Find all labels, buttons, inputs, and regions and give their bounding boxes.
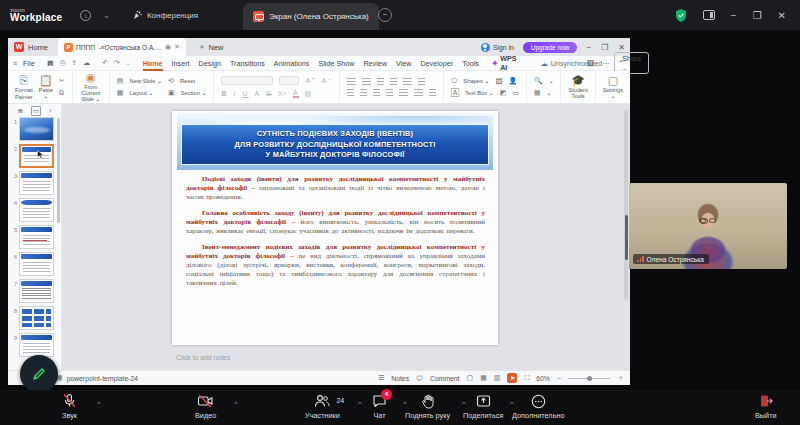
bold-button[interactable]: B xyxy=(221,90,227,97)
smartart-icon[interactable] xyxy=(429,89,436,96)
select-button[interactable]: ▦⌄ xyxy=(534,89,554,97)
menu-slide-show[interactable]: Slide Show xyxy=(318,59,354,68)
picture-icon[interactable]: 🖼 xyxy=(495,78,502,85)
decrease-indent-icon[interactable] xyxy=(377,78,384,85)
wps-home-tab[interactable]: Home xyxy=(28,43,48,52)
fit-slide-icon[interactable]: ⛶ xyxy=(524,374,529,382)
wps-document-tab[interactable]: P ПППП_-«Острянська О.А._le ◉ ✕ xyxy=(58,38,186,56)
slide-sorter-icon[interactable]: ▦ xyxy=(480,374,487,382)
save-icon[interactable]: 🖪 xyxy=(47,60,54,67)
video-button[interactable]: Видео ⌃ xyxy=(195,393,216,420)
comment-button[interactable]: Comment xyxy=(430,375,459,382)
slide-thumbnail-1[interactable]: 1 xyxy=(8,117,62,144)
menu-animations[interactable]: Animations xyxy=(274,59,310,68)
find-button[interactable]: 🔍⌄ xyxy=(534,77,554,85)
slide-thumbnail-7[interactable]: 7 xyxy=(8,279,62,306)
close-tab-icon[interactable]: ✕ xyxy=(174,43,180,51)
italic-button[interactable]: I xyxy=(234,90,237,97)
student-tools-button[interactable]: 🎓 Student Tools xyxy=(568,75,587,99)
audio-button[interactable]: Звук ⌃ xyxy=(62,393,77,420)
annotation-pencil-button[interactable] xyxy=(20,355,58,393)
pin-icon[interactable]: ◉ xyxy=(165,43,171,51)
export-icon[interactable]: ⇪ xyxy=(71,59,77,67)
align-text-icon[interactable] xyxy=(414,89,423,96)
restore-icon[interactable]: ❐ xyxy=(753,10,762,21)
leave-button[interactable]: Выйти xyxy=(755,393,777,420)
format-painter-button[interactable]: ⎘ Format Painter xyxy=(15,75,33,100)
underline-button[interactable]: U xyxy=(243,90,249,97)
slide-thumbnail-2-selected[interactable]: 2 xyxy=(8,144,62,171)
zoom-slider[interactable] xyxy=(568,378,610,379)
template-name[interactable]: powerpoint-template-24 xyxy=(67,375,138,382)
menu-file[interactable]: File xyxy=(23,59,35,68)
audio-options-chevron[interactable]: ⌃ xyxy=(96,401,102,409)
slide-thumbnail-4[interactable]: 4 xyxy=(8,198,62,225)
more-icon[interactable]: ⋯ xyxy=(602,59,610,68)
cut-icon[interactable]: ✂ xyxy=(59,77,65,85)
char-format-button[interactable]: A xyxy=(255,90,261,97)
zoom-in-icon[interactable]: ＋ xyxy=(617,373,624,383)
shrink-font-icon[interactable]: A⁻ xyxy=(322,77,332,85)
canvas-scrollbar[interactable] xyxy=(624,110,628,300)
participants-button[interactable]: 24 Участники ⌃ xyxy=(305,393,340,420)
fill-color-icon[interactable]: ◩ xyxy=(500,89,507,97)
collapse-panel-icon[interactable]: › xyxy=(49,107,51,114)
chat-button[interactable]: 4 Чат ⌃ xyxy=(372,393,387,420)
outline-view-icon[interactable]: ≣ xyxy=(18,107,23,115)
align-left-icon[interactable] xyxy=(347,89,354,96)
image-tools-icon[interactable]: 🖽 xyxy=(587,59,595,68)
from-current-slide-button[interactable]: ◉ From Current Slide ⌄ xyxy=(80,72,102,102)
menu-review[interactable]: Review xyxy=(363,59,387,68)
redo-icon[interactable]: ↷ xyxy=(114,59,120,67)
notes-placeholder[interactable]: Click to add notes xyxy=(176,354,230,361)
menu-insert[interactable]: Insert xyxy=(172,59,190,68)
numbering-icon[interactable] xyxy=(362,78,371,85)
slide-thumbnail-3[interactable]: 3 xyxy=(8,171,62,198)
text-box-button[interactable]: 🄰 Text Box ⌄ ◩ ▭ xyxy=(451,89,519,97)
side-panel-icon[interactable] xyxy=(703,10,715,20)
menu-design[interactable]: Design xyxy=(199,59,221,68)
slide-thumbnail-8[interactable]: 8 xyxy=(8,306,62,333)
zoom-level[interactable]: 60% xyxy=(536,375,550,382)
tab-meeting[interactable]: Конференция xyxy=(132,10,198,20)
font-color-button[interactable]: A xyxy=(293,89,299,98)
align-right-icon[interactable] xyxy=(373,89,380,96)
paste-button[interactable]: 📋 Paste ⌄ xyxy=(39,75,53,99)
bullets-icon[interactable] xyxy=(347,78,356,85)
new-document-button[interactable]: ＋ New xyxy=(198,42,224,52)
slide-view-icon[interactable]: ▭ xyxy=(31,106,41,116)
cloud-icon[interactable]: ☁ xyxy=(83,59,90,67)
participants-options-chevron[interactable]: ⌃ xyxy=(357,401,363,409)
video-panel-scrollbar[interactable] xyxy=(625,215,628,260)
layout-button[interactable]: ▦ Layout ⌄ xyxy=(117,89,162,97)
wps-ai-button[interactable]: ✦ WPS AI xyxy=(491,54,516,72)
close-icon[interactable]: ✕ xyxy=(778,10,786,21)
menu-home[interactable]: Home xyxy=(143,59,163,68)
align-center-icon[interactable] xyxy=(360,89,367,96)
normal-view-icon[interactable]: ▢ xyxy=(467,374,474,382)
undo-icon[interactable]: ↶ xyxy=(102,59,108,67)
highlight-button[interactable]: ▨ xyxy=(305,90,313,98)
participant-video-tile[interactable]: Олена Острянська xyxy=(629,183,787,269)
slide-thumbnail-6[interactable]: 6 xyxy=(8,252,62,279)
increase-indent-icon[interactable] xyxy=(390,78,397,85)
justify-icon[interactable] xyxy=(386,89,393,96)
settings-button[interactable]: ▢ Settings ⌄ xyxy=(603,75,623,99)
sign-in-button[interactable]: Sign in xyxy=(481,43,514,52)
wps-minimize-icon[interactable]: − xyxy=(586,43,591,52)
tab-screen-share[interactable]: Экран (Олена Острянська) xyxy=(243,3,379,30)
section-button[interactable]: ▣ Section ⌄ xyxy=(168,89,206,97)
chevron-down-icon[interactable]: ⌄ xyxy=(103,11,110,20)
tab-options-icon[interactable]: − xyxy=(378,8,392,22)
reset-button[interactable]: ⟲ Reset xyxy=(168,77,206,85)
grow-font-icon[interactable]: A⁺ xyxy=(305,77,315,85)
more-button[interactable]: Дополнительно xyxy=(512,393,565,420)
slideshow-play-button[interactable] xyxy=(507,373,517,383)
slide-2-editor[interactable]: СУТНІСТЬ ПОДІЄВИХ ЗАХОДІВ (ІВЕНТІВ) ДЛЯ … xyxy=(172,111,498,345)
line-spacing-icon[interactable] xyxy=(403,78,412,85)
slide-thumbnail-5[interactable]: 5 xyxy=(8,225,62,252)
new-slide-button[interactable]: ▤ New Slide ⌄ xyxy=(117,77,162,85)
security-shield-icon[interactable] xyxy=(675,9,687,22)
avatar-icon[interactable]: 👤 xyxy=(508,77,517,85)
wps-close-icon[interactable]: ✕ xyxy=(618,43,625,52)
